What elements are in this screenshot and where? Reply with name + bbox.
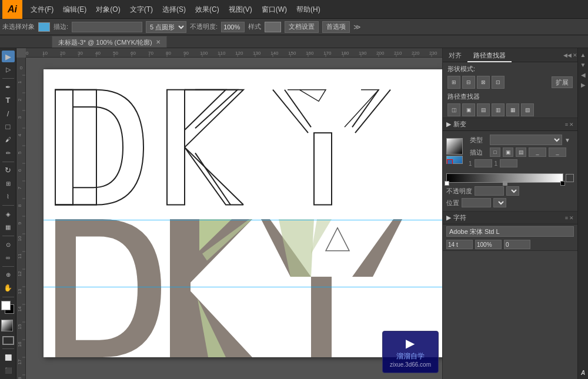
color-swatch-area[interactable] (1, 301, 15, 316)
canvas-viewport[interactable]: ▶ 溜溜自学 zixue.3d66.com (26, 58, 442, 379)
pf-merge-btn[interactable]: ▤ (477, 103, 490, 116)
char-panel-menu-icon[interactable]: ≡ (565, 215, 568, 221)
menu-window[interactable]: 窗口(W) (257, 0, 292, 19)
right-panel-icon-2[interactable]: ▼ (579, 61, 587, 69)
symbol-tool[interactable]: ◈ (2, 208, 15, 220)
stroke-aspect-area[interactable]: _ (549, 147, 566, 157)
menu-view[interactable]: 视图(V) (224, 0, 257, 19)
grad-value-box-1[interactable] (475, 159, 492, 167)
right-panel-icon-1[interactable]: ▲ (579, 51, 587, 59)
graph-tool[interactable]: ▦ (2, 221, 15, 233)
panel-collapse-left[interactable]: ◀◀ (563, 52, 572, 58)
paintbrush-tool[interactable]: 🖌 (2, 134, 15, 146)
position-meta-label: 位置 (446, 199, 459, 207)
eyedropper-tool[interactable]: ⊙ (2, 239, 15, 250)
gradient-opacity-stop[interactable] (566, 174, 574, 182)
pathfinder-row: ◫ ▣ ▤ ▥ ▦ ▧ (443, 102, 577, 118)
align-pathfinder-panel: 对齐 路径查找器 ◀◀ ✕ 形状模式: ⊞ ⊟ ⊠ ⊡ 扩展 路径查找器 ◫ ▣… (443, 48, 577, 118)
char-panel-close-icon[interactable]: ✕ (569, 215, 574, 221)
font-tracking-input[interactable] (504, 240, 530, 249)
gradient-stop-left[interactable] (445, 181, 449, 186)
opacity-meta-select[interactable] (506, 186, 519, 196)
svg-text:12: 12 (17, 271, 22, 276)
selection-tool[interactable]: ▶ (2, 51, 15, 62)
pf-outline-btn[interactable]: ▦ (506, 103, 519, 116)
pf-trim-btn[interactable]: ▣ (462, 103, 475, 116)
stroke-type-select[interactable]: 5 点圆形 (146, 21, 186, 33)
gradient-stop-mid[interactable] (503, 181, 507, 186)
pf-crop-btn[interactable]: ▥ (492, 103, 505, 116)
menu-text[interactable]: 文字(T) (125, 0, 158, 19)
gradient-panel-close-icon[interactable]: ✕ (569, 122, 574, 128)
shape-unite-btn[interactable]: ⊞ (447, 76, 460, 89)
none-swatch[interactable] (2, 336, 14, 345)
grad-value-box-2[interactable] (500, 159, 517, 167)
more-options-icon[interactable]: ≫ (353, 23, 361, 31)
gradient-bar[interactable] (446, 173, 563, 183)
type-tool[interactable]: T (2, 94, 15, 106)
menu-edit[interactable]: 编辑(E) (58, 0, 91, 19)
right-panel-icon-4[interactable]: ▶ (579, 81, 587, 89)
first-page-button[interactable]: 首选项 (322, 21, 350, 33)
svg-text:170: 170 (323, 51, 332, 56)
svg-text:20: 20 (60, 51, 65, 56)
draw-mode-normal[interactable]: ⬜ (2, 351, 15, 363)
shape-minus-btn[interactable]: ⊟ (462, 76, 475, 89)
shape-intersect-btn[interactable]: ⊠ (477, 76, 490, 89)
doc-settings-button[interactable]: 文档设置 (285, 21, 319, 33)
gradient-type-select[interactable] (490, 135, 562, 145)
style-swatch[interactable] (265, 22, 281, 32)
watermark-box: ▶ 溜溜自学 zixue.3d66.com (382, 331, 439, 373)
stroke-value-input[interactable] (72, 22, 142, 32)
opacity-meta-input[interactable] (475, 186, 504, 196)
pf-divide-btn[interactable]: ◫ (447, 103, 460, 116)
right-panel-icon-3[interactable]: ◀ (579, 71, 587, 79)
font-scale-input[interactable] (475, 240, 502, 249)
direct-select-tool[interactable]: ▷ (2, 63, 15, 75)
line-tool[interactable]: / (2, 108, 15, 119)
stroke-btn-2[interactable]: ▣ (503, 147, 513, 157)
hand-tool[interactable]: ✋ (2, 282, 15, 294)
pencil-tool[interactable]: ✏ (2, 147, 15, 159)
position-meta-select[interactable] (493, 198, 506, 207)
gradient-color-stop-swatch[interactable] (446, 156, 463, 164)
gradient-panel-menu-icon[interactable]: ≡ (565, 122, 568, 128)
tab-pathfinder[interactable]: 路径查找器 (467, 48, 512, 62)
menu-file[interactable]: 文件(F) (26, 0, 58, 19)
stroke-label-grad: 描边 (470, 148, 487, 157)
doc-tab-close-icon[interactable]: ✕ (156, 36, 161, 48)
pf-minus-btn[interactable]: ▧ (521, 103, 534, 116)
right-panel-type-icon[interactable]: A (579, 368, 587, 377)
warp-tool[interactable]: ⌇ (2, 191, 15, 203)
doc-tab[interactable]: 未标题-3* @ 100% (CMYK/轮廓) ✕ (52, 36, 167, 48)
rotate-tool[interactable]: ↻ (2, 165, 15, 176)
fg-color-swatch[interactable] (1, 301, 11, 310)
gradient-type-arrow[interactable]: ▼ (564, 137, 570, 143)
font-name-input[interactable] (446, 226, 574, 237)
svg-rect-104 (170, 219, 191, 357)
font-size-input[interactable] (446, 240, 473, 249)
tab-align[interactable]: 对齐 (443, 48, 467, 62)
draw-mode-behind[interactable]: ⬛ (2, 365, 15, 377)
expand-button[interactable]: 扩展 (552, 76, 573, 88)
stroke-angle-input-area[interactable]: _ (529, 147, 546, 157)
blend-tool[interactable]: ∞ (2, 251, 15, 263)
zoom-tool[interactable]: ⊕ (2, 269, 15, 281)
menu-object[interactable]: 对象(O) (91, 0, 125, 19)
gradient-preview-swatch[interactable] (446, 138, 463, 155)
menu-help[interactable]: 帮助(H) (292, 0, 325, 19)
gradient-stop-right[interactable] (560, 181, 565, 186)
pen-tool[interactable]: ✒ (2, 81, 15, 93)
stroke-btn-1[interactable]: □ (490, 147, 500, 157)
stroke-color-swatch[interactable] (38, 22, 50, 32)
position-meta-input[interactable] (462, 198, 491, 207)
menu-effect[interactable]: 效果(C) (191, 0, 224, 19)
stroke-btn-3[interactable]: ▤ (516, 147, 526, 157)
rect-tool[interactable]: □ (2, 120, 15, 132)
scale-tool[interactable]: ⊞ (2, 177, 15, 189)
shape-exclude-btn[interactable]: ⊡ (492, 76, 505, 89)
menu-select[interactable]: 选择(S) (158, 0, 191, 19)
opacity-input[interactable] (221, 22, 245, 32)
panel-close-icon[interactable]: ✕ (573, 52, 577, 58)
gradient-swatch-area[interactable] (1, 320, 15, 333)
